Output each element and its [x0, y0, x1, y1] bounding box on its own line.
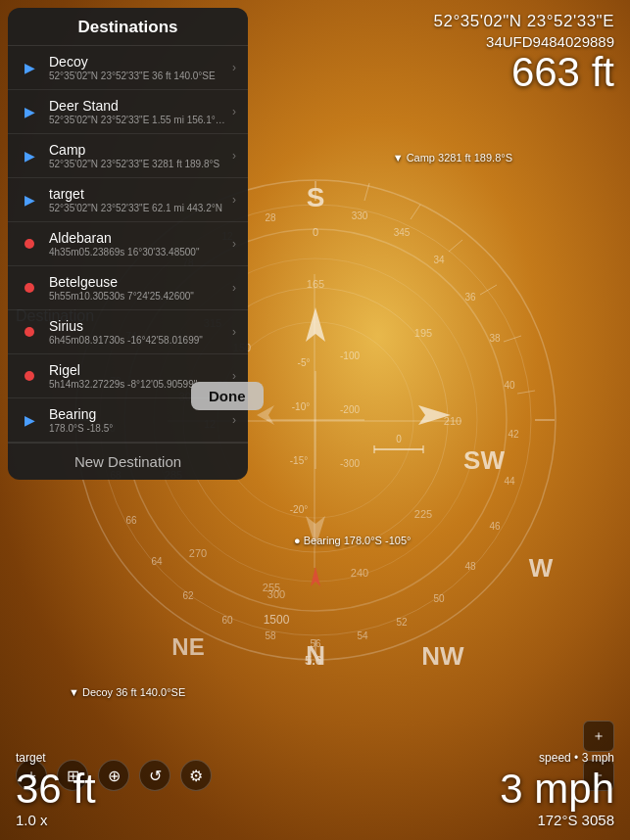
navigation-icon: ▶ [20, 102, 39, 121]
svg-marker-64 [311, 567, 320, 586]
svg-line-21 [504, 336, 521, 342]
new-destination-button[interactable]: New Destination [8, 443, 248, 480]
uuid-display: 34UFD9484029889 [434, 33, 614, 50]
svg-text:-20°: -20° [289, 504, 307, 515]
bottom-left-info: target 36 ft 1.0 x [16, 751, 96, 828]
svg-text:225: 225 [413, 508, 431, 520]
target-distance: 36 ft [16, 767, 96, 812]
destination-item[interactable]: Aldebaran 4h35m05.23869s 16°30'33.48500"… [8, 222, 248, 266]
svg-text:W: W [528, 553, 553, 583]
navigation-icon: ▶ [20, 190, 39, 210]
target-label: target [16, 751, 96, 765]
dest-content: Deer Stand 52°35'02"N 23°52'33"E 1.55 mi… [49, 98, 228, 125]
svg-text:38: 38 [489, 333, 501, 344]
svg-text:330: 330 [351, 210, 367, 221]
chevron-icon: › [232, 369, 236, 383]
svg-text:0: 0 [312, 226, 317, 238]
svg-text:0: 0 [396, 434, 402, 444]
bottom-right-info: speed • 3 mph 3 mph 172°S 3058 [500, 751, 614, 828]
top-coordinates: 52°35'02"N 23°52'33"E 34UFD9484029889 66… [434, 12, 614, 95]
svg-text:5.6: 5.6 [304, 653, 321, 668]
svg-line-19 [449, 240, 462, 252]
dest-name: Deer Stand [49, 98, 228, 114]
done-button[interactable]: Done [191, 382, 264, 410]
panel-header: Destinations [8, 8, 248, 46]
dest-name: Rigel [49, 362, 228, 378]
destination-item[interactable]: ▶ Deer Stand 52°35'02"N 23°52'33"E 1.55 … [8, 90, 248, 134]
svg-marker-60 [306, 307, 325, 342]
destination-item[interactable]: Betelgeuse 5h55m10.30530s 7°24'25.42600"… [8, 266, 248, 310]
svg-text:SW: SW [463, 445, 505, 475]
svg-text:-300: -300 [340, 458, 360, 469]
dest-coords: 178.0°S -18.5° [49, 423, 228, 434]
star-icon [20, 322, 39, 342]
svg-text:210: 210 [443, 415, 460, 427]
chevron-icon: › [232, 105, 236, 118]
chevron-icon: › [232, 413, 236, 427]
chevron-icon: › [232, 61, 236, 74]
dest-coords: 5h55m10.30530s 7°24'25.42600" [49, 291, 228, 302]
svg-text:240: 240 [350, 567, 367, 579]
svg-text:NE: NE [171, 633, 204, 660]
svg-text:54: 54 [357, 630, 368, 641]
dest-content: Bearing 178.0°S -18.5° [49, 406, 228, 434]
svg-line-18 [411, 205, 420, 219]
chevron-icon: › [232, 325, 236, 339]
svg-text:165: 165 [306, 278, 323, 290]
reset-icon[interactable]: ↺ [139, 760, 170, 791]
zoom-in-icon[interactable]: ＋ [583, 721, 614, 752]
dest-name: target [49, 186, 228, 202]
svg-text:44: 44 [504, 476, 515, 487]
speed-display: 3 mph [500, 767, 614, 812]
dest-coords: 6h45m08.91730s -16°42'58.01699" [49, 335, 228, 346]
destination-item[interactable]: ▶ Decoy 52°35'02"N 23°52'33"E 36 ft 140.… [8, 46, 248, 90]
top-distance-display: 663 ft [434, 50, 614, 95]
svg-text:28: 28 [265, 212, 276, 223]
dest-content: Decoy 52°35'02"N 23°52'33"E 36 ft 140.0°… [49, 54, 228, 81]
dest-coords: 52°35'02"N 23°52'33"E 62.1 mi 443.2°N [49, 203, 228, 213]
svg-text:-100: -100 [340, 350, 360, 361]
svg-text:300: 300 [267, 588, 284, 600]
svg-text:34: 34 [433, 255, 445, 265]
dest-content: Betelgeuse 5h55m10.30530s 7°24'25.42600" [49, 274, 228, 302]
svg-text:60: 60 [221, 615, 233, 626]
star-icon [20, 278, 39, 298]
dest-coords: 52°35'02"N 23°52'33"E 1.55 mi 156.1°SE [49, 115, 228, 125]
star-icon [20, 234, 39, 254]
destination-item[interactable]: Sirius 6h45m08.91730s -16°42'58.01699" › [8, 310, 248, 354]
svg-text:-5°: -5° [297, 357, 310, 368]
destination-item[interactable]: ▶ target 52°35'02"N 23°52'33"E 62.1 mi 4… [8, 178, 248, 222]
dest-coords: 52°35'02"N 23°52'33"E 36 ft 140.0°SE [49, 70, 228, 81]
svg-text:NW: NW [421, 641, 464, 671]
svg-text:52: 52 [396, 617, 408, 628]
svg-text:56: 56 [310, 638, 321, 649]
svg-text:64: 64 [151, 556, 163, 567]
chevron-icon: › [232, 237, 236, 251]
decoy-label: ▼ Decoy 36 ft 140.0°SE [69, 686, 185, 698]
star-icon [20, 366, 39, 386]
svg-text:270: 270 [188, 547, 206, 559]
svg-text:-200: -200 [340, 404, 360, 415]
svg-text:36: 36 [464, 292, 476, 303]
svg-text:46: 46 [489, 521, 501, 532]
settings-icon[interactable]: ⚙ [180, 760, 212, 791]
crosshair-icon[interactable]: ⊕ [98, 760, 129, 791]
svg-line-22 [517, 391, 535, 394]
bearing-icon: ▶ [20, 410, 39, 430]
navigation-icon: ▶ [20, 146, 39, 165]
camp-label: ▼ Camp 3281 ft 189.8°S [393, 152, 512, 163]
dest-coords: 52°35'02"N 23°52'33"E 3281 ft 189.8°S [49, 159, 228, 169]
svg-line-20 [480, 285, 497, 295]
dest-content: Camp 52°35'02"N 23°52'33"E 3281 ft 189.8… [49, 142, 228, 169]
speed-label: speed • 3 mph [500, 751, 614, 765]
destination-item[interactable]: ▶ Camp 52°35'02"N 23°52'33"E 3281 ft 189… [8, 134, 248, 178]
dest-content: Sirius 6h45m08.91730s -16°42'58.01699" [49, 318, 228, 346]
bearing-display: 172°S 3058 [500, 812, 614, 828]
dest-coords: 4h35m05.23869s 16°30'33.48500" [49, 247, 228, 257]
chevron-icon: › [232, 149, 236, 163]
dest-name: Aldebaran [49, 230, 228, 246]
zoom-level: 1.0 x [16, 812, 96, 828]
dest-name: Sirius [49, 318, 228, 334]
svg-text:50: 50 [433, 593, 445, 604]
chevron-icon: › [232, 281, 236, 295]
